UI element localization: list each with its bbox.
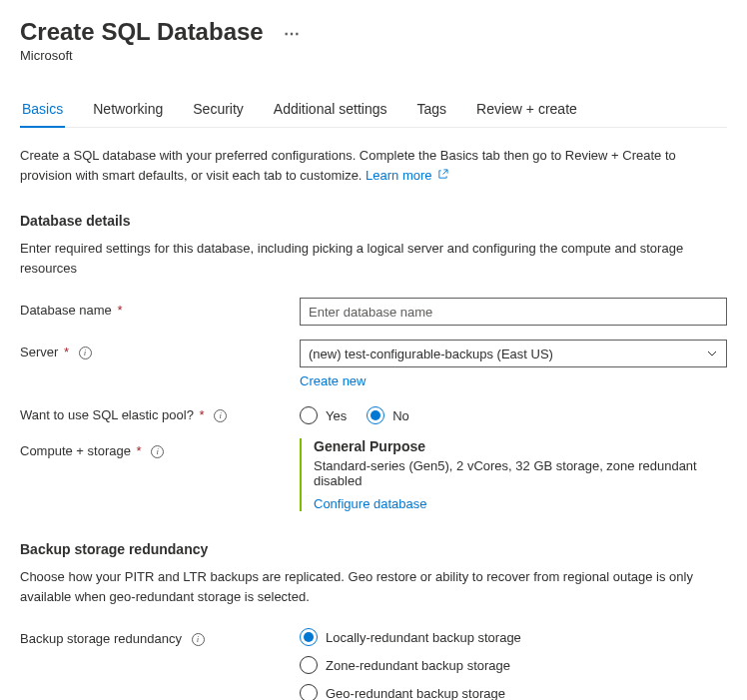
server-value: (new) test-configurable-backups (East US… [309,347,553,361]
elastic-yes-radio[interactable]: Yes [300,406,347,424]
db-name-label-text: Database name [20,303,112,318]
configure-database-link[interactable]: Configure database [314,496,426,511]
elastic-yes-label: Yes [326,408,347,423]
tab-tags[interactable]: Tags [414,93,448,127]
backup-redundancy-label: Backup storage redundancy i [20,626,300,646]
backup-zone-radio[interactable]: Zone-redundant backup storage [300,656,727,674]
chevron-down-icon [706,348,718,359]
backup-redundancy-label-text: Backup storage redundancy [20,631,182,646]
intro-text: Create a SQL database with your preferre… [20,146,727,185]
create-new-server-link[interactable]: Create new [300,373,727,388]
tab-security[interactable]: Security [191,93,246,127]
elastic-no-label: No [392,408,409,423]
radio-icon [300,656,318,674]
compute-summary: General Purpose Standard-series (Gen5), … [300,438,727,511]
required-mark: * [64,345,69,359]
backup-redundancy-radio-group: Locally-redundant backup storage Zone-re… [300,626,727,700]
compute-tier: General Purpose [314,438,727,454]
database-details-desc: Enter required settings for this databas… [20,239,727,278]
backup-geo-radio[interactable]: Geo-redundant backup storage [300,684,727,700]
tab-additional-settings[interactable]: Additional settings [272,93,389,127]
db-name-input[interactable] [300,298,727,326]
server-label: Server * i [20,340,300,359]
required-mark: * [137,443,142,458]
elastic-pool-label-text: Want to use SQL elastic pool? [20,407,194,422]
required-mark: * [200,407,205,422]
compute-storage-label: Compute + storage * i [20,438,300,458]
more-icon[interactable]: ⋯ [284,24,300,43]
title-text: Create SQL Database [20,18,264,45]
learn-more-link[interactable]: Learn more [366,168,448,183]
intro-body: Create a SQL database with your preferre… [20,148,676,183]
backup-local-radio[interactable]: Locally-redundant backup storage [300,628,727,646]
server-select[interactable]: (new) test-configurable-backups (East US… [300,340,727,367]
radio-icon [300,684,318,700]
external-link-icon [437,169,448,180]
elastic-pool-label: Want to use SQL elastic pool? * i [20,402,300,422]
database-details-header: Database details [20,213,727,229]
subtitle: Microsoft [20,48,727,63]
tab-networking[interactable]: Networking [91,93,165,127]
backup-header: Backup storage redundancy [20,541,727,557]
info-icon[interactable]: i [79,347,92,359]
db-name-label: Database name * [20,298,300,318]
info-icon[interactable]: i [214,409,227,422]
tabs: Basics Networking Security Additional se… [20,93,727,128]
info-icon[interactable]: i [192,633,205,646]
learn-more-label: Learn more [366,168,431,183]
required-mark: * [117,303,122,318]
page-title: Create SQL Database ⋯ [20,18,727,46]
compute-description: Standard-series (Gen5), 2 vCores, 32 GB … [314,458,727,488]
tab-review-create[interactable]: Review + create [474,93,579,127]
compute-storage-label-text: Compute + storage [20,443,131,458]
elastic-pool-radio-group: Yes No [300,402,727,424]
elastic-no-radio[interactable]: No [367,406,409,424]
radio-icon [300,628,318,646]
backup-desc: Choose how your PITR and LTR backups are… [20,567,727,606]
info-icon[interactable]: i [151,445,164,458]
radio-icon [300,406,318,424]
radio-icon [367,406,384,424]
backup-local-label: Locally-redundant backup storage [326,630,521,645]
backup-zone-label: Zone-redundant backup storage [326,658,510,673]
server-label-text: Server [20,345,58,359]
backup-geo-label: Geo-redundant backup storage [326,686,505,701]
tab-basics[interactable]: Basics [20,93,65,127]
